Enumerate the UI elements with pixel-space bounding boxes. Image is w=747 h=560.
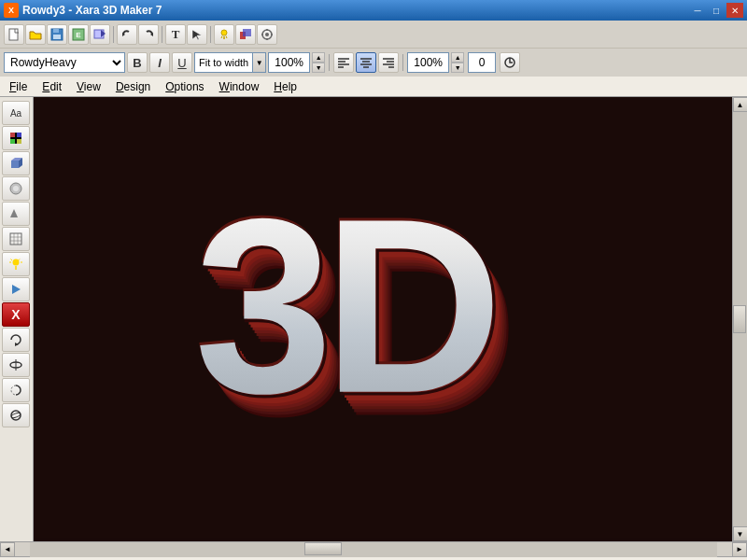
open-button[interactable] (25, 24, 46, 45)
close-button[interactable]: ✕ (726, 3, 743, 18)
zoom-up-button[interactable]: ▲ (312, 52, 325, 63)
menubar: File Edit View Design Options Window Hel… (0, 77, 747, 97)
light-tool[interactable] (2, 252, 30, 276)
app-icon: X (4, 3, 19, 18)
svg-rect-3 (53, 35, 61, 39)
rotate-tool[interactable] (2, 328, 30, 352)
text-button[interactable]: T (165, 24, 186, 45)
svg-line-14 (226, 35, 227, 38)
menu-design[interactable]: Design (108, 78, 158, 95)
light-button[interactable] (214, 24, 234, 45)
bold-button[interactable]: B (127, 52, 148, 73)
options-button[interactable] (257, 24, 277, 45)
svg-rect-41 (11, 161, 19, 168)
svg-marker-58 (12, 285, 21, 294)
scroll-left-button[interactable]: ◄ (0, 542, 15, 557)
undo-button[interactable] (117, 24, 137, 45)
italic-button[interactable]: I (149, 52, 170, 73)
svg-line-13 (221, 35, 222, 38)
zoom-arrows: ▲ ▼ (312, 52, 325, 73)
xara-x-label: X (11, 307, 20, 322)
redo-button[interactable] (138, 24, 159, 45)
menu-options[interactable]: Options (158, 78, 211, 95)
separator-1 (113, 26, 114, 43)
minimize-button[interactable]: ─ (689, 3, 706, 18)
bottom-scrollbar-wrap: ◄ ► (0, 541, 747, 556)
underline-button[interactable]: U (172, 52, 192, 73)
font-tool[interactable]: Aa (2, 101, 30, 125)
color-swatch-tool[interactable] (2, 126, 30, 150)
toolbar-top: E T (0, 21, 747, 49)
texture-tool[interactable] (2, 227, 30, 251)
zoom-input-2[interactable] (407, 52, 449, 73)
separator-2 (162, 26, 162, 43)
rotation-action-button[interactable] (500, 52, 520, 73)
orbit-tool[interactable] (2, 403, 30, 427)
tilt-tool[interactable] (2, 353, 30, 377)
align-right-button[interactable] (378, 52, 399, 73)
zoom-control-2: ▲ ▼ (407, 52, 464, 73)
left-toolbox: Aa X (0, 97, 34, 541)
bevel-tool[interactable] (2, 176, 30, 201)
save-button[interactable] (47, 24, 67, 45)
new-button[interactable] (4, 24, 24, 45)
fit-to-width-dropdown[interactable]: Fit to width ▼ (194, 52, 266, 73)
svg-marker-46 (10, 209, 18, 217)
title-bar: X Rowdy3 - Xara 3D Maker 7 ─ □ ✕ (0, 0, 747, 21)
statusbar: 727 × 444 -13° : 5° : 0° (0, 556, 747, 560)
svg-point-45 (13, 186, 19, 191)
svg-rect-16 (243, 29, 251, 36)
zoom-input[interactable] (268, 52, 310, 73)
menu-help[interactable]: Help (266, 78, 304, 95)
menu-window[interactable]: Window (212, 78, 267, 95)
svg-rect-38 (17, 133, 21, 137)
scroll-down-button[interactable]: ▼ (733, 526, 748, 541)
svg-text:3D: 3D (194, 167, 494, 444)
fit-dropdown-label: Fit to width (195, 57, 252, 68)
svg-rect-2 (53, 29, 59, 33)
menu-edit[interactable]: Edit (35, 78, 69, 95)
align-center-button[interactable] (356, 52, 376, 73)
fit-dropdown-arrow: ▼ (252, 53, 265, 72)
title-bar-left: X Rowdy3 - Xara 3D Maker 7 (4, 3, 162, 18)
preview-button[interactable] (90, 24, 110, 45)
scroll-right-button[interactable]: ► (732, 542, 747, 557)
maximize-button[interactable]: □ (708, 3, 725, 18)
svg-line-56 (11, 259, 13, 261)
svg-point-11 (221, 30, 227, 35)
bottom-scrollbar[interactable] (30, 542, 717, 557)
scroll-up-button[interactable]: ▲ (733, 97, 748, 112)
menu-file[interactable]: File (2, 78, 35, 95)
font-select[interactable]: RowdyHeavy (4, 52, 125, 73)
extrude-tool[interactable] (2, 151, 30, 175)
canvas-wrapper[interactable]: 3D 3D 3D 3D 3D 3D 3D 3D 3D 3D 3D 3D (34, 97, 732, 541)
align-left-button[interactable] (333, 52, 354, 73)
text-icon: T (172, 27, 180, 42)
svg-rect-0 (9, 29, 18, 40)
svg-rect-39 (10, 139, 15, 144)
anim-tool[interactable] (2, 277, 30, 301)
zoom-up-button-2[interactable]: ▲ (451, 52, 464, 63)
cursor-button[interactable] (187, 24, 207, 45)
title-buttons: ─ □ ✕ (689, 3, 743, 18)
spin-tool[interactable] (2, 378, 30, 402)
scroll-thumb[interactable] (733, 305, 746, 333)
shadow-tool[interactable] (2, 202, 30, 226)
xara-logo-tool[interactable]: X (2, 302, 30, 327)
hscroll-thumb[interactable] (304, 542, 342, 555)
zoom-arrows-2: ▲ ▼ (451, 52, 464, 73)
zoom-down-button[interactable]: ▼ (312, 63, 325, 73)
export-button[interactable]: E (68, 24, 89, 45)
svg-marker-10 (192, 30, 202, 40)
svg-line-57 (19, 259, 21, 261)
separator-5 (402, 54, 403, 71)
scroll-track[interactable] (733, 112, 748, 526)
separator-4 (329, 54, 330, 71)
color-button[interactable] (235, 24, 256, 45)
zoom-down-button-2[interactable]: ▼ (451, 63, 464, 73)
rotation-input[interactable] (468, 52, 496, 73)
canvas-3d-svg: 3D 3D 3D 3D 3D 3D 3D 3D 3D 3D 3D 3D (34, 97, 732, 541)
menu-view[interactable]: View (69, 78, 108, 95)
right-scrollbar: ▲ ▼ (732, 97, 747, 541)
canvas-background: 3D 3D 3D 3D 3D 3D 3D 3D 3D 3D 3D 3D (34, 97, 732, 541)
